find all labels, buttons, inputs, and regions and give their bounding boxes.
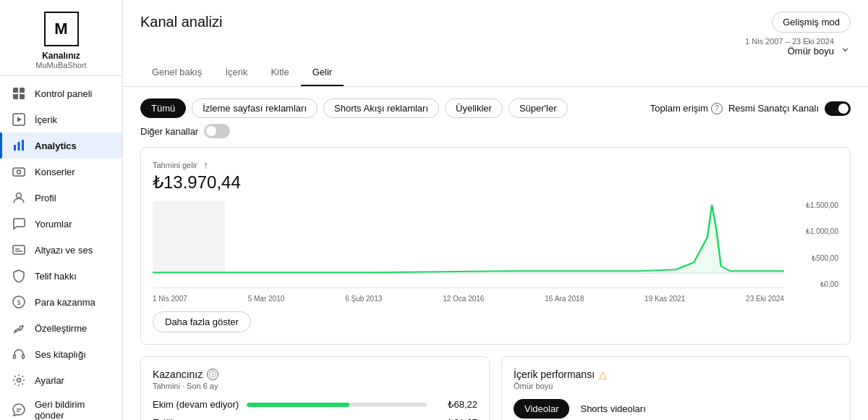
sidebar-item-concerts[interactable]: Konserler <box>0 159 122 185</box>
perf-tab-shorts[interactable]: Shorts videoları <box>569 399 656 419</box>
earning-month-0: Ekim (devam ediyor) <box>153 399 239 410</box>
chart-y-labels: ₺1.500,00 ₺1.000,00 ₺500,00 ₺0,00 <box>788 201 838 288</box>
sidebar-item-copyright[interactable]: Telif hakkı <box>0 263 122 289</box>
perf-tab-videos[interactable]: Videolar <box>514 399 569 419</box>
sidebar-label-monetize: Para kazanma <box>35 297 95 308</box>
filter-supers[interactable]: Süper'ler <box>509 98 568 118</box>
shield-icon <box>12 269 26 283</box>
sidebar-item-settings[interactable]: Ayarlar <box>0 367 122 393</box>
page-title: Kanal analizi <box>140 14 222 30</box>
bottom-cards: Kazancınız ⓘ Tahmini · Son 6 ay Ekim (de… <box>140 356 851 420</box>
performance-card: İçerik performansı △ Ömür boyu Videolar … <box>501 356 851 420</box>
chart-svg-area <box>153 201 784 288</box>
earning-bar-0 <box>247 403 349 407</box>
sidebar-label-feedback: Geri bildirim gönder <box>35 399 111 420</box>
channel-handle: MuMuBaShort <box>35 61 86 70</box>
sidebar-item-dashboard[interactable]: Kontrol paneli <box>0 80 122 106</box>
comment-icon <box>12 217 26 231</box>
chart-title-icon[interactable]: ↑ <box>200 159 212 171</box>
x-label-2010: 5 Mar 2010 <box>248 295 285 303</box>
chart-title: Tahmini gelir ↑ <box>153 159 838 171</box>
play-icon <box>12 112 26 127</box>
y-label-500: ₺500,00 <box>812 254 838 262</box>
filter-all[interactable]: Tümü <box>140 98 186 118</box>
sidebar-item-feedback[interactable]: Geri bildirim gönder <box>0 393 122 420</box>
svg-rect-3 <box>20 94 25 99</box>
total-access-info-icon[interactable]: ? <box>711 103 723 114</box>
brush-icon <box>12 321 26 335</box>
earning-row-1: Eylül ₺21,37 <box>153 417 477 420</box>
earnings-info-icon[interactable]: ⓘ <box>207 369 218 380</box>
sidebar-label-subtitles: Altyazı ve ses <box>35 245 93 256</box>
sidebar-label-copyright: Telif hakkı <box>35 271 77 282</box>
official-channel-label: Resmi Sanatçı Kanalı <box>728 103 819 114</box>
sidebar-item-content[interactable]: İçerik <box>0 106 122 133</box>
sidebar-item-analytics[interactable]: Analytics <box>0 133 122 159</box>
total-access-label: Toplam erişim ? <box>650 103 723 114</box>
svg-text:$: $ <box>17 299 21 306</box>
tab-audience[interactable]: Kitle <box>259 59 300 86</box>
x-label-2007: 1 Nis 2007 <box>153 295 187 303</box>
sidebar-label-customize: Özelleştirme <box>35 323 87 334</box>
grid-icon <box>12 86 26 101</box>
svg-rect-8 <box>22 140 24 151</box>
date-range-text: 1 Nis 2007 – 23 Eki 2024 Ömür boyu <box>745 37 834 56</box>
earning-row-0: Ekim (devam ediyor) ₺68,22 <box>153 399 477 410</box>
main-tabs: Genel bakış İçerik Kitle Gelir <box>123 59 868 87</box>
main-content: Kanal analizi Gelişmiş mod 1 Nis 2007 – … <box>123 0 868 420</box>
sidebar-item-profile[interactable]: Profil <box>0 185 122 211</box>
earning-amount-0: ₺68,22 <box>434 399 477 410</box>
y-label-0: ₺0,00 <box>820 280 838 288</box>
sidebar: M Kanalınız MuMuBaShort Kontrol paneli <box>0 0 123 420</box>
svg-point-19 <box>17 379 21 382</box>
performance-card-subtitle: Ömür boyu <box>514 382 838 390</box>
x-label-2013: 6 Şub 2013 <box>345 295 382 303</box>
tab-content[interactable]: İçerik <box>213 59 259 86</box>
sidebar-item-comments[interactable]: Yorumlar <box>0 211 122 237</box>
svg-rect-12 <box>13 245 25 254</box>
sidebar-label-dashboard: Kontrol paneli <box>35 88 93 99</box>
svg-point-10 <box>17 170 21 174</box>
sidebar-item-customize[interactable]: Özelleştirme <box>0 315 122 341</box>
filter-page-ads[interactable]: İzleme sayfası reklamları <box>192 98 318 118</box>
bar-chart-icon <box>12 138 26 153</box>
advanced-mode-button[interactable]: Gelişmiş mod <box>772 12 851 33</box>
sidebar-nav: Kontrol paneli İçerik Analytics <box>0 76 122 420</box>
channel-logo: M <box>44 12 79 46</box>
y-label-1000: ₺1.000,00 <box>806 227 838 235</box>
perf-warning-icon: △ <box>599 369 607 380</box>
filter-shorts-ads[interactable]: Shorts Akışı reklamları <box>323 98 439 118</box>
sidebar-item-audiobook[interactable]: Ses kitaplığı <box>0 341 122 367</box>
sidebar-label-comments: Yorumlar <box>35 219 72 230</box>
svg-point-11 <box>17 193 22 198</box>
earnings-card-subtitle: Tahmini · Son 6 ay <box>153 382 477 390</box>
official-channel-toggle-group: Resmi Sanatçı Kanalı <box>728 101 851 116</box>
feedback-icon <box>12 403 26 417</box>
svg-rect-9 <box>13 168 25 176</box>
tab-revenue[interactable]: Gelir <box>301 59 344 86</box>
official-channel-toggle[interactable] <box>825 101 851 116</box>
svg-rect-7 <box>18 142 20 151</box>
sidebar-label-analytics: Analytics <box>35 140 77 151</box>
earning-month-1: Eylül <box>153 417 239 420</box>
gear-icon <box>12 373 26 387</box>
headphone-icon <box>12 347 26 361</box>
sidebar-logo: M Kanalınız MuMuBaShort <box>0 0 122 76</box>
other-channels-label: Diğer kanallar <box>140 126 198 137</box>
chart-value: ₺13.970,44 <box>153 172 838 193</box>
tab-overview[interactable]: Genel bakış <box>140 59 213 86</box>
other-channels-toggle[interactable] <box>204 124 230 138</box>
chart-x-labels: 1 Nis 2007 5 Mar 2010 6 Şub 2013 12 Oca … <box>153 295 784 303</box>
earning-amount-1: ₺21,37 <box>434 417 477 420</box>
sidebar-item-monetize[interactable]: $ Para kazanma <box>0 289 122 315</box>
svg-rect-2 <box>13 94 18 99</box>
sidebar-item-subtitles[interactable]: Altyazı ve ses <box>0 237 122 263</box>
svg-rect-22 <box>153 201 225 273</box>
date-range-chevron[interactable]: ⌄ <box>840 39 851 55</box>
sidebar-label-concerts: Konserler <box>35 167 75 177</box>
earnings-card-title: Kazancınız ⓘ <box>153 369 477 380</box>
show-more-button[interactable]: Daha fazla göster <box>153 311 251 332</box>
filter-memberships[interactable]: Üyelikler <box>445 98 503 118</box>
caption-icon <box>12 243 26 257</box>
x-label-2024: 23 Eki 2024 <box>746 295 784 303</box>
